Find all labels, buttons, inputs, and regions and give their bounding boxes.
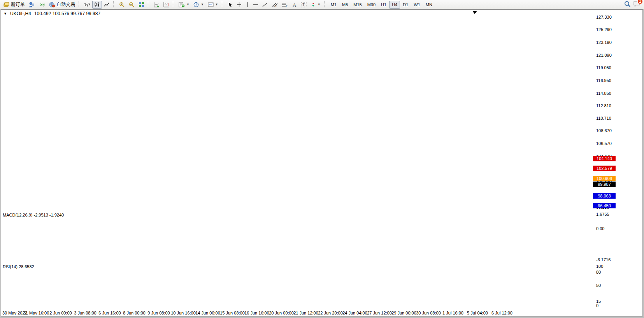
candlestick-chart-icon [94, 2, 100, 7]
toolbar-separator [113, 1, 116, 8]
autotrading-icon [49, 2, 55, 7]
rsi-axis-label: 0 [596, 303, 598, 308]
dropdown-arrow-icon: ▼ [201, 3, 204, 6]
svg-text:E: E [275, 5, 277, 7]
trendline-button[interactable] [260, 1, 270, 9]
bar-chart-icon [84, 2, 90, 7]
dropdown-arrow-icon: ▼ [186, 3, 190, 6]
timeframe-m30[interactable]: M30 [365, 1, 378, 9]
zoom-out-button[interactable] [127, 1, 137, 9]
date-axis-label: 31 May 16:00 [23, 311, 49, 315]
timeframe-m15[interactable]: M15 [351, 1, 364, 9]
channel-button[interactable]: E [270, 1, 280, 9]
zoom-out-icon [129, 2, 135, 7]
price-axis-label: 121.090 [596, 53, 612, 58]
date-axis-label: 24 Jun 04:00 [342, 311, 367, 315]
timeframe-d1[interactable]: D1 [400, 1, 411, 9]
date-axis-label: 30 Jun 08:00 [416, 311, 441, 315]
arrows-icon [311, 2, 316, 7]
new-chart-button[interactable]: ▼ [177, 1, 191, 9]
toolbar-separator [222, 1, 225, 8]
cursor-button[interactable] [226, 1, 235, 9]
chart-shift-marker-icon[interactable] [472, 11, 477, 14]
chart-symbol-period: UKOil-,H4 [10, 11, 31, 16]
notification-count-badge: 1 [637, 0, 643, 4]
notifications-icon[interactable]: 1 [633, 1, 640, 9]
price-line-label: 102.579 [593, 166, 616, 171]
date-axis-label: 29 Jun 00:00 [391, 311, 416, 315]
timeframe-h4[interactable]: H4 [389, 1, 400, 9]
cursor-icon [228, 2, 233, 7]
date-axis-label: 8 Jun 00:00 [123, 311, 146, 315]
dropdown-arrow-icon: ▼ [215, 3, 218, 6]
dropdown-arrow-icon: ▼ [318, 3, 321, 6]
price-line-label: 96.450 [593, 203, 616, 208]
fibonacci-button[interactable]: F [280, 1, 290, 9]
signals-icon-button[interactable] [37, 1, 47, 9]
macd-axis-label: 1.6755 [596, 212, 609, 217]
timeframe-h1[interactable]: H1 [378, 1, 389, 9]
new-order-button[interactable]: 新订单 [2, 1, 27, 9]
text-button[interactable]: A [290, 1, 299, 9]
date-axis-label: 21 Jun 12:00 [293, 311, 318, 315]
trendline-icon [262, 2, 268, 7]
arrows-button[interactable]: ▼ [309, 1, 323, 9]
date-axis-label: 3 Jun 08:00 [74, 311, 97, 315]
crosshair-button[interactable] [235, 1, 244, 9]
line-chart-button[interactable] [102, 1, 112, 9]
new-chart-icon [179, 2, 185, 7]
templates-button[interactable]: ▼ [206, 1, 220, 9]
new-order-icon [4, 2, 10, 7]
tile-windows-button[interactable] [137, 1, 146, 9]
autotrading-button[interactable]: 自动交易 [47, 1, 77, 9]
zoom-in-icon [119, 2, 125, 7]
main-toolbar: 新订单自动交易▼▼▼EFAT▼M1M5M15M30H1H4D1W1MN1 [0, 0, 644, 9]
date-axis-label: 5 Jul 04:00 [467, 311, 488, 315]
rsi-axis-label: 100 [596, 264, 603, 269]
timeframe-m5[interactable]: M5 [339, 1, 351, 9]
profiles-icon-icon [29, 2, 35, 7]
one-click-trading-caret-icon[interactable]: ▼ [4, 12, 7, 16]
crosshair-icon [237, 2, 242, 7]
svg-text:A: A [293, 2, 297, 7]
bar-chart-button[interactable] [82, 1, 92, 9]
horizontal-line-button[interactable] [251, 1, 260, 9]
label-button[interactable]: T [299, 1, 309, 9]
price-line-label: 100.906 [593, 176, 616, 181]
price-line-label: 98.063 [593, 193, 616, 199]
toolbar-separator [324, 1, 327, 8]
zoom-in-button[interactable] [117, 1, 127, 9]
chart-shift-button[interactable] [161, 1, 171, 9]
timeframe-mn[interactable]: MN [423, 1, 435, 9]
vertical-line-icon [246, 2, 249, 7]
candlestick-chart-button[interactable] [92, 1, 102, 9]
price-axis-label: 110.710 [596, 116, 611, 121]
price-line-label: 104.140 [593, 156, 616, 161]
date-axis-label: 6 Jun 16:00 [98, 311, 121, 315]
svg-text:T: T [302, 3, 305, 7]
date-axis-label: 6 Jul 12:00 [491, 311, 512, 315]
date-axis-label: 27 Jun 12:00 [367, 311, 392, 315]
search-icon[interactable] [624, 1, 631, 9]
toolbar-separator [148, 1, 151, 8]
rsi-axis-label: 80 [596, 270, 601, 274]
chart-window [1, 9, 643, 316]
rsi-axis-label: 15 [596, 299, 601, 304]
date-axis-label: 2 Jun 00:00 [49, 311, 72, 315]
chart-ohlc-values: 100.492 100.576 99.767 99.987 [34, 11, 100, 16]
date-axis-label: 20 Jun 00:00 [269, 311, 294, 315]
vertical-line-button[interactable] [244, 1, 251, 9]
svg-text:F: F [286, 5, 288, 7]
period-button[interactable]: ▼ [191, 1, 206, 9]
date-axis-label: 14 Jun 00:00 [195, 311, 220, 315]
text-icon: A [292, 2, 297, 7]
tile-windows-icon [139, 2, 144, 7]
fibonacci-icon: F [282, 2, 288, 7]
profiles-icon-button[interactable] [27, 1, 37, 9]
timeframe-w1[interactable]: W1 [411, 1, 423, 9]
chart-title-bar: ▼ UKOil-,H4 100.492 100.576 99.767 99.98… [1, 10, 100, 16]
timeframe-m1[interactable]: M1 [328, 1, 339, 9]
date-axis-label: 1 Jul 16:00 [442, 311, 463, 315]
date-axis-label: 22 Jun 20:00 [318, 311, 343, 315]
auto-scroll-button[interactable] [152, 1, 161, 9]
